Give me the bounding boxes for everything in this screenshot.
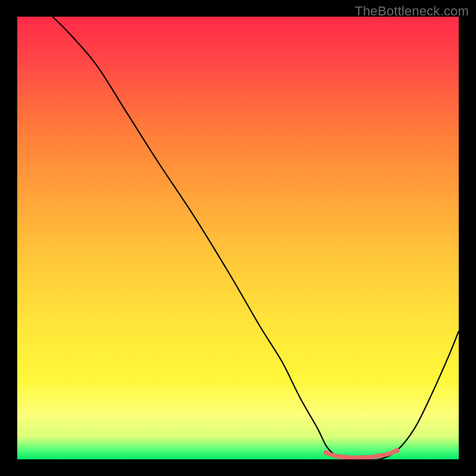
optimal-range-dot	[324, 450, 329, 455]
optimal-range-dot	[394, 448, 400, 453]
watermark-text: TheBottleneck.com	[355, 4, 469, 19]
chart-plot-area	[17, 17, 459, 459]
chart-svg	[17, 17, 459, 459]
bottleneck-curve	[52, 17, 459, 459]
optimal-range-dot	[377, 453, 382, 459]
